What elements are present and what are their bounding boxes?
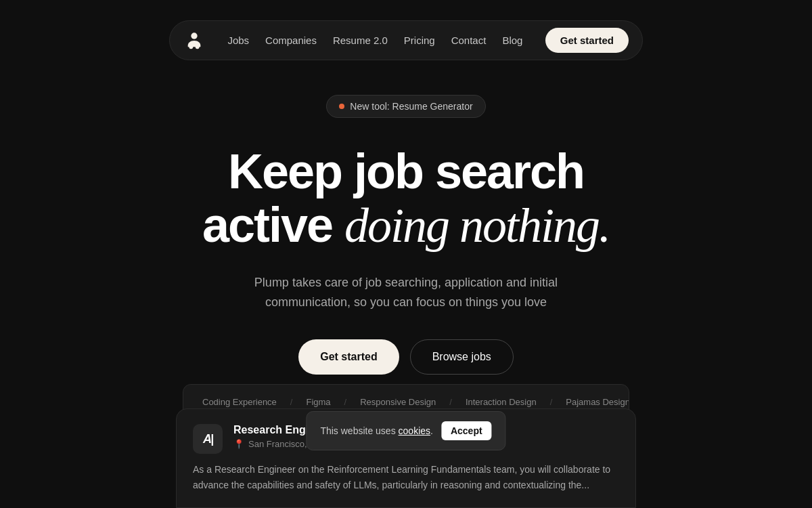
company-logo: A| <box>193 424 223 454</box>
cookie-link[interactable]: cookies <box>399 425 430 436</box>
nav-contact[interactable]: Contact <box>451 35 487 46</box>
skill-pajamas: Pajamas Design System <box>560 394 629 410</box>
hero-title-line2-normal: active <box>202 198 332 252</box>
hero-buttons: Get started Browse jobs <box>135 339 677 375</box>
hero-title: Keep job search active doing nothing. <box>135 145 677 253</box>
svg-point-0 <box>191 33 197 39</box>
logo-icon <box>185 31 204 50</box>
nav-jobs[interactable]: Jobs <box>227 35 249 46</box>
nav-get-started-button[interactable]: Get started <box>545 28 629 53</box>
nav-companies[interactable]: Companies <box>265 35 317 46</box>
cookie-message: This website uses cookies. <box>320 425 433 436</box>
divider-2: / <box>344 397 347 407</box>
cookie-accept-button[interactable]: Accept <box>441 421 492 440</box>
nav-pricing[interactable]: Pricing <box>404 35 435 46</box>
hero-browse-jobs-button[interactable]: Browse jobs <box>410 339 514 375</box>
skill-interaction: Interaction Design <box>460 394 542 410</box>
nav-blog[interactable]: Blog <box>502 35 522 46</box>
skill-responsive: Responsive Design <box>355 394 441 410</box>
skill-figma: Figma <box>300 394 336 410</box>
divider-1: / <box>290 397 293 407</box>
logo[interactable] <box>183 30 205 51</box>
skill-coding: Coding Experience <box>197 394 282 410</box>
badge-dot-icon <box>339 104 344 109</box>
hero-title-line1: Keep job search <box>228 144 584 198</box>
hero-title-italic: doing nothing. <box>344 198 610 253</box>
new-tool-badge[interactable]: New tool: Resume Generator <box>326 95 485 118</box>
svg-point-2 <box>196 45 200 49</box>
svg-point-1 <box>189 45 193 49</box>
navbar: Jobs Companies Resume 2.0 Pricing Contac… <box>169 20 643 60</box>
nav-links: Jobs Companies Resume 2.0 Pricing Contac… <box>227 35 522 46</box>
divider-4: / <box>550 397 553 407</box>
badge-text: New tool: Resume Generator <box>350 101 472 112</box>
hero-section: New tool: Resume Generator Keep job sear… <box>135 95 677 375</box>
job-description: As a Research Engineer on the Reinforcem… <box>193 462 619 492</box>
cookie-banner: This website uses cookies. Accept <box>306 411 505 450</box>
location-icon: 📍 <box>233 439 244 449</box>
hero-subtitle: Plump takes care of job searching, appli… <box>237 273 575 312</box>
divider-3: / <box>449 397 452 407</box>
hero-get-started-button[interactable]: Get started <box>298 339 399 375</box>
nav-resume[interactable]: Resume 2.0 <box>333 35 388 46</box>
